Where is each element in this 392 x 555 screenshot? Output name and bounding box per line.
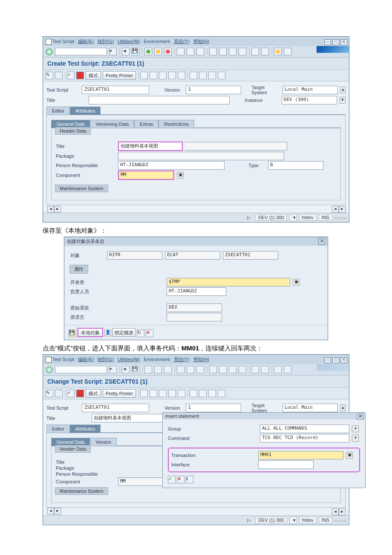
maximize-icon[interactable]: □: [332, 39, 339, 45]
field-responsible[interactable]: HT-JIANGDZ: [167, 287, 226, 296]
scroll-up-icon[interactable]: ▲: [340, 87, 346, 93]
tab-extras[interactable]: Extras: [134, 120, 159, 128]
menu-help[interactable]: 帮助(H): [193, 39, 209, 44]
tb-ico-4[interactable]: [168, 72, 176, 79]
command-field[interactable]: [55, 48, 107, 55]
menu-system[interactable]: 系统(Y): [174, 357, 190, 362]
hscroll-right-icon[interactable]: ◄: [332, 509, 339, 515]
dropdown-icon[interactable]: ▾: [109, 48, 117, 55]
cancel-icon[interactable]: [164, 48, 172, 55]
hscroll-right2-icon[interactable]: ►: [339, 206, 346, 213]
field-component[interactable]: MM: [118, 171, 174, 180]
tb-ico-3[interactable]: [159, 72, 167, 79]
field-hd-title-ext[interactable]: [185, 142, 287, 150]
menu-goto[interactable]: 转到(G): [98, 357, 114, 362]
menu-goto[interactable]: 转到(G): [98, 39, 114, 44]
tb-ico-2[interactable]: [150, 72, 157, 79]
prev-page-icon[interactable]: [219, 48, 227, 55]
hscroll-left2-icon[interactable]: ►: [54, 206, 61, 213]
mode-button[interactable]: 模式: [86, 71, 101, 80]
tb-ico[interactable]: [150, 390, 157, 397]
field-target[interactable]: Local Main: [282, 404, 338, 412]
new-mode-icon[interactable]: [251, 48, 259, 55]
field-target[interactable]: Local Main: [282, 86, 338, 94]
menu-utilities[interactable]: Utilities(M): [118, 39, 140, 44]
field-hd-title[interactable]: 创建物料基本视图: [118, 142, 183, 151]
field-instance[interactable]: DEV (300): [282, 96, 337, 104]
last-page-icon[interactable]: [239, 48, 246, 55]
save-icon[interactable]: 💾: [132, 48, 139, 55]
dropdown-icon[interactable]: ▾: [352, 425, 359, 432]
hscroll-left2-icon[interactable]: ►: [54, 508, 61, 515]
menu-help[interactable]: 帮助(H): [193, 357, 209, 362]
info-icon[interactable]: i: [186, 476, 193, 483]
menu-system[interactable]: 系统(Y): [174, 39, 190, 44]
tb-ico[interactable]: [190, 390, 197, 397]
maximize-icon[interactable]: □: [332, 357, 339, 363]
toggle-icon[interactable]: ✎: [46, 72, 53, 79]
tb-ico[interactable]: [208, 390, 216, 397]
layout-icon[interactable]: [284, 48, 291, 55]
hscroll-right-icon[interactable]: ◄: [332, 206, 339, 213]
scroll-up-icon[interactable]: ▲: [340, 405, 346, 411]
pretty-printer-button[interactable]: Pretty Printer: [103, 389, 136, 398]
close-icon[interactable]: ✕: [340, 357, 347, 363]
menu-environment[interactable]: Environment: [144, 39, 170, 44]
tb-ico[interactable]: [159, 390, 167, 397]
enter-icon[interactable]: [46, 366, 53, 373]
check-icon[interactable]: ✓: [67, 390, 75, 397]
field-devclass[interactable]: $TMP: [167, 278, 290, 286]
tb-ico[interactable]: [218, 390, 225, 397]
tab-restrictions[interactable]: Restrictions: [159, 120, 194, 128]
next-page-icon[interactable]: [229, 48, 236, 55]
field-test-script[interactable]: ZSECATT01: [82, 86, 149, 94]
f4-help-icon[interactable]: ▣: [177, 172, 184, 179]
enter-icon[interactable]: [46, 48, 53, 55]
tb-ico-5[interactable]: [178, 72, 185, 79]
field-transaction[interactable]: MM01: [258, 451, 343, 460]
f4-dev-icon[interactable]: ▣: [293, 279, 300, 286]
field-person[interactable]: HT-JIANGDZ: [118, 161, 225, 170]
command-field[interactable]: [55, 366, 107, 373]
window-menu-icon[interactable]: [46, 357, 52, 363]
scroll-down-icon[interactable]: ▼: [340, 97, 346, 104]
cancel-icon[interactable]: ✕: [177, 476, 184, 483]
ok-icon[interactable]: ✓: [168, 476, 176, 483]
tb-ico-9[interactable]: [218, 72, 225, 79]
tb-ico[interactable]: [199, 390, 207, 397]
dialog-save-icon[interactable]: 💾: [69, 330, 76, 337]
shortcut-icon[interactable]: [261, 48, 269, 55]
stop-icon[interactable]: [76, 390, 84, 397]
field-type[interactable]: B: [268, 161, 323, 170]
find-icon[interactable]: [187, 48, 194, 55]
field-interface[interactable]: [258, 460, 314, 469]
tb-ico-8[interactable]: [208, 72, 216, 79]
tab-versioning-data[interactable]: Versioning Data: [90, 120, 134, 128]
tb-ico[interactable]: [178, 390, 185, 397]
first-page-icon[interactable]: [209, 48, 217, 55]
local-object-button[interactable]: 本地对象: [78, 328, 103, 337]
menu-test-script[interactable]: Test Script: [52, 357, 74, 362]
tab-versioning[interactable]: Version: [90, 438, 117, 446]
dialog-cancel-icon[interactable]: ✕: [146, 330, 153, 337]
toggle-icon[interactable]: ✎: [46, 390, 53, 397]
minimize-icon[interactable]: —: [324, 357, 331, 363]
hscroll-right2-icon[interactable]: ►: [339, 509, 346, 515]
field-title[interactable]: [89, 96, 229, 104]
field-command[interactable]: TCD REC TCD (Record): [260, 434, 349, 442]
tb-ico-1[interactable]: [140, 72, 148, 79]
tab-editor[interactable]: Editor: [46, 425, 70, 433]
back-icon[interactable]: ◄: [122, 48, 130, 55]
check-icon[interactable]: ✓: [67, 72, 75, 79]
field-group[interactable]: ALL ALL COMMANDS: [260, 425, 349, 433]
field-test-script[interactable]: ZSECATT01: [82, 404, 149, 412]
print-icon[interactable]: [177, 48, 184, 55]
exit-icon[interactable]: [154, 48, 162, 55]
tab-attributes[interactable]: Attributes: [70, 107, 101, 115]
pretty-printer-button[interactable]: Pretty Printer: [103, 71, 136, 80]
dropdown-icon[interactable]: ▾: [109, 366, 117, 373]
popup-close-icon[interactable]: ✕: [357, 413, 363, 420]
tb-ico[interactable]: [140, 390, 148, 397]
menu-edit[interactable]: 编辑(E): [78, 39, 94, 44]
tab-editor[interactable]: Editor: [46, 107, 70, 115]
